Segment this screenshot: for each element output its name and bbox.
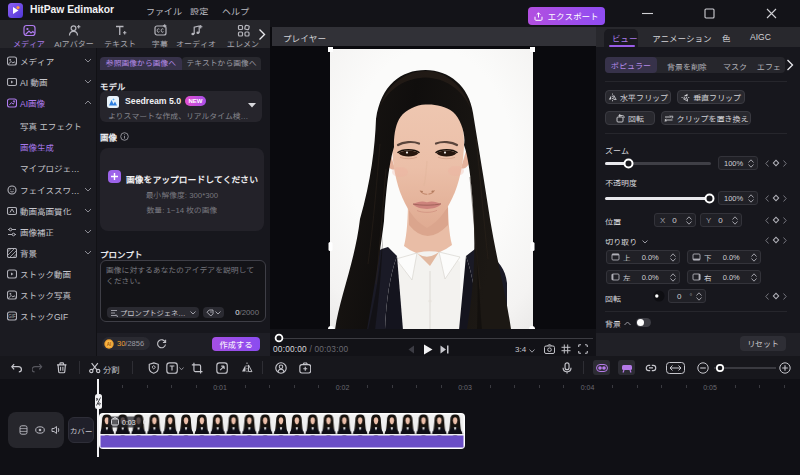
svg-text:0:03: 0:03 bbox=[122, 419, 136, 426]
svg-text:AI: AI bbox=[107, 342, 112, 347]
svg-text:GIF: GIF bbox=[8, 314, 16, 319]
